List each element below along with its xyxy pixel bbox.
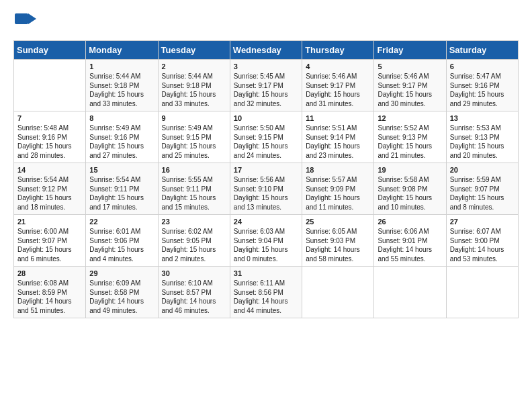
day-info: Sunrise: 6:06 AM Sunset: 9:01 PM Dayligh… [378, 227, 442, 263]
calendar-cell: 26Sunrise: 6:06 AM Sunset: 9:01 PM Dayli… [374, 215, 446, 267]
calendar-cell: 6Sunrise: 5:47 AM Sunset: 9:16 PM Daylig… [446, 60, 518, 111]
day-info: Sunrise: 5:46 AM Sunset: 9:17 PM Dayligh… [378, 72, 442, 108]
calendar-cell: 27Sunrise: 6:07 AM Sunset: 9:00 PM Dayli… [446, 215, 518, 267]
logo-icon [13, 12, 38, 36]
day-info: Sunrise: 6:09 AM Sunset: 8:58 PM Dayligh… [89, 279, 154, 315]
calendar-cell: 1Sunrise: 5:44 AM Sunset: 9:18 PM Daylig… [86, 60, 158, 111]
day-info: Sunrise: 5:56 AM Sunset: 9:10 PM Dayligh… [234, 175, 298, 212]
day-info: Sunrise: 6:02 AM Sunset: 9:05 PM Dayligh… [162, 227, 226, 263]
calendar-week-row: 21Sunrise: 6:00 AM Sunset: 9:07 PM Dayli… [14, 215, 519, 267]
calendar-day-header: Tuesday [158, 41, 230, 60]
calendar-cell [302, 267, 374, 318]
day-number: 14 [17, 166, 82, 174]
day-info: Sunrise: 5:54 AM Sunset: 9:11 PM Dayligh… [89, 175, 154, 212]
day-info: Sunrise: 6:01 AM Sunset: 9:06 PM Dayligh… [89, 227, 154, 263]
day-number: 31 [234, 269, 298, 277]
calendar-cell: 31Sunrise: 6:11 AM Sunset: 8:56 PM Dayli… [230, 267, 302, 318]
calendar-cell: 28Sunrise: 6:08 AM Sunset: 8:59 PM Dayli… [14, 267, 86, 318]
calendar-day-header: Friday [374, 41, 446, 60]
day-info: Sunrise: 6:07 AM Sunset: 9:00 PM Dayligh… [450, 227, 515, 263]
day-number: 28 [17, 269, 82, 277]
calendar-cell: 8Sunrise: 5:49 AM Sunset: 9:16 PM Daylig… [86, 111, 158, 163]
day-number: 15 [89, 166, 154, 174]
day-number: 11 [306, 114, 370, 122]
day-info: Sunrise: 5:45 AM Sunset: 9:17 PM Dayligh… [234, 72, 298, 108]
day-info: Sunrise: 5:50 AM Sunset: 9:15 PM Dayligh… [234, 124, 298, 160]
calendar-cell: 13Sunrise: 5:53 AM Sunset: 9:13 PM Dayli… [446, 111, 518, 163]
day-info: Sunrise: 6:05 AM Sunset: 9:03 PM Dayligh… [306, 227, 370, 263]
day-info: Sunrise: 5:53 AM Sunset: 9:13 PM Dayligh… [450, 124, 515, 160]
day-info: Sunrise: 5:44 AM Sunset: 9:18 PM Dayligh… [89, 72, 154, 108]
calendar-week-row: 7Sunrise: 5:48 AM Sunset: 9:16 PM Daylig… [14, 111, 519, 163]
calendar-cell [446, 267, 518, 318]
day-info: Sunrise: 5:46 AM Sunset: 9:17 PM Dayligh… [306, 72, 370, 108]
day-number: 12 [378, 114, 442, 122]
logo [13, 12, 39, 36]
day-info: Sunrise: 5:47 AM Sunset: 9:16 PM Dayligh… [450, 72, 515, 108]
calendar-cell: 5Sunrise: 5:46 AM Sunset: 9:17 PM Daylig… [374, 60, 446, 111]
day-number: 1 [89, 62, 154, 71]
day-number: 3 [234, 62, 298, 71]
day-info: Sunrise: 5:49 AM Sunset: 9:16 PM Dayligh… [89, 124, 154, 160]
day-number: 2 [162, 62, 226, 71]
day-info: Sunrise: 5:48 AM Sunset: 9:16 PM Dayligh… [17, 124, 82, 160]
calendar-cell: 19Sunrise: 5:58 AM Sunset: 9:08 PM Dayli… [374, 163, 446, 215]
day-info: Sunrise: 5:57 AM Sunset: 9:09 PM Dayligh… [306, 175, 370, 212]
calendar-cell: 17Sunrise: 5:56 AM Sunset: 9:10 PM Dayli… [230, 163, 302, 215]
calendar-cell: 11Sunrise: 5:51 AM Sunset: 9:14 PM Dayli… [302, 111, 374, 163]
day-info: Sunrise: 6:10 AM Sunset: 8:57 PM Dayligh… [162, 279, 226, 315]
calendar-cell: 9Sunrise: 5:49 AM Sunset: 9:15 PM Daylig… [158, 111, 230, 163]
day-number: 19 [378, 166, 442, 174]
calendar-day-header: Sunday [14, 41, 86, 60]
calendar-cell: 21Sunrise: 6:00 AM Sunset: 9:07 PM Dayli… [14, 215, 86, 267]
calendar-cell: 20Sunrise: 5:59 AM Sunset: 9:07 PM Dayli… [446, 163, 518, 215]
calendar-cell: 16Sunrise: 5:55 AM Sunset: 9:11 PM Dayli… [158, 163, 230, 215]
day-number: 17 [234, 166, 298, 174]
calendar-table: SundayMondayTuesdayWednesdayThursdayFrid… [13, 40, 519, 318]
calendar-cell: 22Sunrise: 6:01 AM Sunset: 9:06 PM Dayli… [86, 215, 158, 267]
calendar-cell: 29Sunrise: 6:09 AM Sunset: 8:58 PM Dayli… [86, 267, 158, 318]
day-info: Sunrise: 5:58 AM Sunset: 9:08 PM Dayligh… [378, 175, 442, 212]
day-info: Sunrise: 5:51 AM Sunset: 9:14 PM Dayligh… [306, 124, 370, 160]
calendar-week-row: 14Sunrise: 5:54 AM Sunset: 9:12 PM Dayli… [14, 163, 519, 215]
calendar-cell: 25Sunrise: 6:05 AM Sunset: 9:03 PM Dayli… [302, 215, 374, 267]
calendar-cell: 23Sunrise: 6:02 AM Sunset: 9:05 PM Dayli… [158, 215, 230, 267]
calendar-cell: 18Sunrise: 5:57 AM Sunset: 9:09 PM Dayli… [302, 163, 374, 215]
calendar-cell: 3Sunrise: 5:45 AM Sunset: 9:17 PM Daylig… [230, 60, 302, 111]
calendar-cell [374, 267, 446, 318]
svg-marker-1 [28, 13, 36, 24]
calendar-cell: 24Sunrise: 6:03 AM Sunset: 9:04 PM Dayli… [230, 215, 302, 267]
page: SundayMondayTuesdayWednesdayThursdayFrid… [0, 0, 532, 330]
day-info: Sunrise: 5:59 AM Sunset: 9:07 PM Dayligh… [450, 175, 515, 212]
day-number: 22 [89, 218, 154, 226]
day-info: Sunrise: 6:11 AM Sunset: 8:56 PM Dayligh… [234, 279, 298, 315]
day-number: 29 [89, 269, 154, 277]
calendar-cell: 10Sunrise: 5:50 AM Sunset: 9:15 PM Dayli… [230, 111, 302, 163]
day-number: 10 [234, 114, 298, 122]
day-number: 6 [450, 62, 515, 71]
day-info: Sunrise: 6:00 AM Sunset: 9:07 PM Dayligh… [17, 227, 82, 263]
calendar-cell: 14Sunrise: 5:54 AM Sunset: 9:12 PM Dayli… [14, 163, 86, 215]
calendar-day-header: Monday [86, 41, 158, 60]
calendar-day-header: Thursday [302, 41, 374, 60]
day-info: Sunrise: 5:44 AM Sunset: 9:18 PM Dayligh… [162, 72, 226, 108]
day-number: 8 [89, 114, 154, 122]
calendar-cell: 2Sunrise: 5:44 AM Sunset: 9:18 PM Daylig… [158, 60, 230, 111]
day-info: Sunrise: 5:54 AM Sunset: 9:12 PM Dayligh… [17, 175, 82, 212]
day-info: Sunrise: 5:49 AM Sunset: 9:15 PM Dayligh… [162, 124, 226, 160]
day-number: 9 [162, 114, 226, 122]
header [13, 12, 519, 36]
calendar-week-row: 28Sunrise: 6:08 AM Sunset: 8:59 PM Dayli… [14, 267, 519, 318]
day-number: 23 [162, 218, 226, 226]
day-number: 7 [17, 114, 82, 122]
day-number: 18 [306, 166, 370, 174]
day-number: 27 [450, 218, 515, 226]
day-number: 16 [162, 166, 226, 174]
day-number: 21 [17, 218, 82, 226]
calendar-cell: 7Sunrise: 5:48 AM Sunset: 9:16 PM Daylig… [14, 111, 86, 163]
calendar-week-row: 1Sunrise: 5:44 AM Sunset: 9:18 PM Daylig… [14, 60, 519, 111]
day-number: 24 [234, 218, 298, 226]
calendar-day-header: Wednesday [230, 41, 302, 60]
calendar-cell: 15Sunrise: 5:54 AM Sunset: 9:11 PM Dayli… [86, 163, 158, 215]
svg-rect-0 [15, 13, 28, 24]
